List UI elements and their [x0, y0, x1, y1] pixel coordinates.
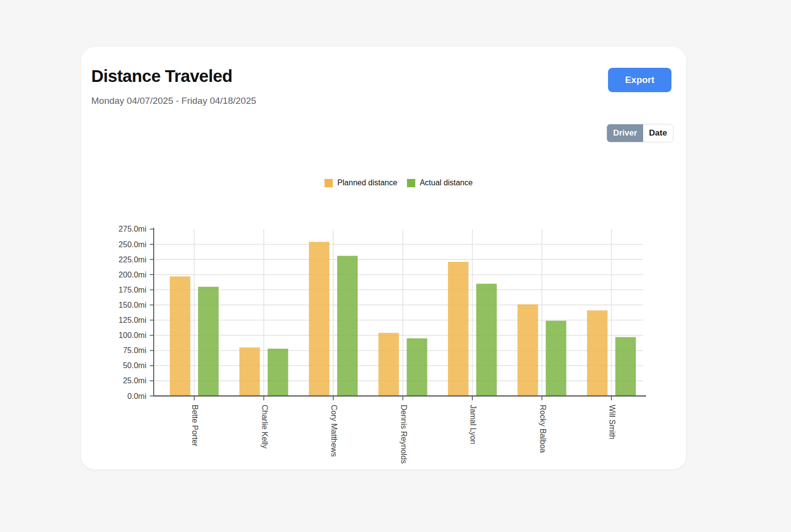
- axis-tick-label: 250.0mi: [119, 240, 146, 249]
- bar-actual-0: [198, 287, 219, 396]
- axis-tick-label: Bette Porter: [191, 405, 199, 447]
- bar-actual-3: [407, 338, 427, 396]
- page-background: { "header": { "title": "Distance Travele…: [0, 0, 791, 532]
- bar-actual-5: [546, 321, 567, 396]
- axis-tick-label: Cory Matthews: [330, 405, 338, 457]
- axis-tick-label: Dennis Reynolds: [400, 405, 408, 464]
- axis-tick-label: 150.0mi: [119, 301, 146, 309]
- axis-tick-label: Rocky Balboa: [539, 405, 547, 453]
- axis-tick-label: 25.0mi: [123, 376, 146, 385]
- axis-tick-label: 275.0mi: [119, 225, 146, 233]
- bar-planned-0: [170, 276, 190, 396]
- bar-planned-2: [309, 242, 329, 396]
- bar-planned-1: [240, 347, 260, 396]
- bar-actual-4: [476, 284, 497, 396]
- bar-planned-3: [379, 333, 399, 396]
- bar-planned-6: [587, 311, 608, 396]
- axis-tick-label: Charlie Kelly: [261, 405, 269, 449]
- axis-tick-label: 225.0mi: [119, 256, 146, 264]
- distance-traveled-card: Distance Traveled Monday 04/07/2025 - Fr…: [81, 47, 686, 470]
- axis-tick-label: 75.0mi: [123, 346, 146, 355]
- bar-actual-6: [615, 337, 636, 396]
- bar-planned-4: [448, 262, 468, 396]
- bar-chart: 0.0mi25.0mi50.0mi75.0mi100.0mi125.0mi150…: [81, 47, 686, 470]
- axis-tick-label: 50.0mi: [123, 361, 146, 370]
- bar-actual-1: [268, 349, 288, 396]
- axis-tick-label: 100.0mi: [119, 331, 146, 339]
- axis-tick-label: 0.0mi: [127, 392, 146, 400]
- axis-tick-label: Jamal Lyon: [469, 405, 477, 444]
- axis-tick-label: 200.0mi: [119, 271, 146, 279]
- axis-tick-label: 175.0mi: [119, 286, 146, 294]
- axis-tick-label: 125.0mi: [119, 316, 146, 324]
- axis-tick-label: Will Smith: [608, 405, 616, 439]
- bar-planned-5: [518, 304, 538, 396]
- bar-actual-2: [337, 256, 358, 396]
